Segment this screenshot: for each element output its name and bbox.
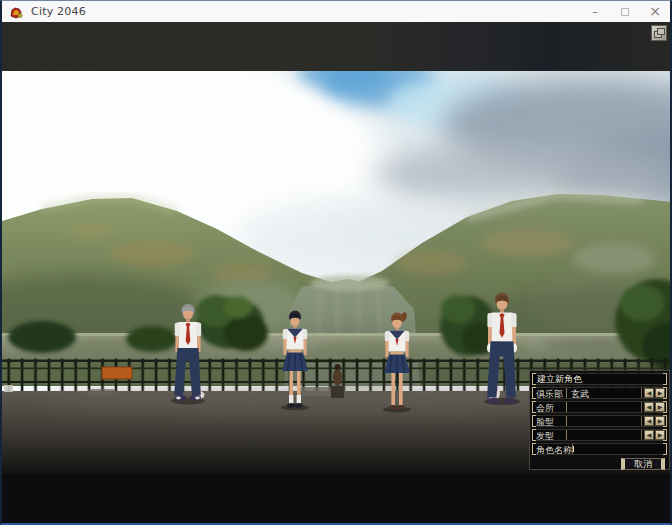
create-character-dialog: 建立新角色 俱乐部 玄武 ◀ ▶ 会所 ◀ ▶ 脸型 <box>529 370 670 470</box>
dialog-title: 建立新角色 <box>532 373 667 385</box>
hair-next-arrow-icon[interactable]: ▶ <box>655 430 665 440</box>
app-logo-icon <box>9 5 25 19</box>
restore-window-icon[interactable] <box>651 25 667 41</box>
window-title: City 2046 <box>31 5 86 18</box>
field-hair-label: 发型 <box>533 430 567 440</box>
cancel-button[interactable]: 取消 <box>621 458 665 470</box>
clubhouse-next-arrow-icon[interactable]: ▶ <box>655 402 665 412</box>
field-hair: 发型 ◀ ▶ <box>532 429 667 441</box>
field-club-value: 玄武 <box>567 388 641 398</box>
letterbox-bottom <box>2 474 670 523</box>
dialog-footer: 取消 <box>532 458 667 470</box>
club-prev-arrow-icon[interactable]: ◀ <box>644 388 654 398</box>
game-viewport: 建立新角色 俱乐部 玄武 ◀ ▶ 会所 ◀ ▶ 脸型 <box>2 22 670 523</box>
white-debris <box>4 385 13 392</box>
field-face-spinner: ◀ ▶ <box>641 416 666 426</box>
maximize-button[interactable]: □ <box>610 1 640 22</box>
field-face-label: 脸型 <box>533 416 567 426</box>
field-clubhouse-spinner: ◀ ▶ <box>641 402 666 412</box>
field-character-name[interactable]: 角色名称 <box>532 443 667 455</box>
app-window: City 2046 – □ × <box>0 0 672 525</box>
face-prev-arrow-icon[interactable]: ◀ <box>644 416 654 426</box>
field-club-label: 俱乐部 <box>533 388 567 398</box>
titlebar: City 2046 – □ × <box>2 1 670 22</box>
hair-prev-arrow-icon[interactable]: ◀ <box>644 430 654 440</box>
clubhouse-prev-arrow-icon[interactable]: ◀ <box>644 402 654 412</box>
field-hair-spinner: ◀ ▶ <box>641 430 666 440</box>
close-button[interactable]: × <box>640 1 670 22</box>
orange-crate <box>102 367 132 379</box>
restore-rect-front <box>657 28 665 35</box>
field-clubhouse-label: 会所 <box>533 402 567 412</box>
letterbox-top <box>2 22 670 71</box>
field-face: 脸型 ◀ ▶ <box>532 415 667 427</box>
field-hair-value <box>567 430 641 440</box>
field-club: 俱乐部 玄武 ◀ ▶ <box>532 387 667 399</box>
field-club-spinner: ◀ ▶ <box>641 388 666 398</box>
field-clubhouse: 会所 ◀ ▶ <box>532 401 667 413</box>
character-name-label: 角色名称 <box>533 444 573 454</box>
character-name-input[interactable] <box>574 444 666 454</box>
face-next-arrow-icon[interactable]: ▶ <box>655 416 665 426</box>
field-face-value <box>567 416 641 426</box>
club-next-arrow-icon[interactable]: ▶ <box>655 388 665 398</box>
field-clubhouse-value <box>567 402 641 412</box>
minimize-button[interactable]: – <box>580 1 610 22</box>
window-controls: – □ × <box>580 1 670 22</box>
